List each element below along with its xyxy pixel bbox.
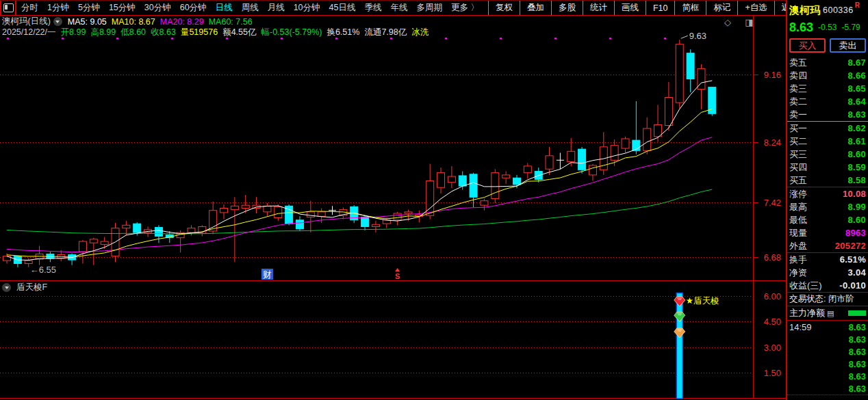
candle-body: [546, 156, 553, 169]
stat-row-value: 10.08: [843, 189, 866, 199]
candle-body: [578, 149, 586, 170]
ask-row[interactable]: 卖五8.67: [787, 56, 868, 69]
tick-price: 8.63: [849, 384, 866, 394]
stat-row-value: 8.60: [847, 215, 866, 225]
high-leader: [681, 36, 688, 38]
tab-日线[interactable]: 日线: [216, 2, 233, 14]
candlestick-chart[interactable]: 9.168.247.426.686.004.503.001.509.63←6.5…: [0, 15, 786, 400]
exright-marker-text: S: [395, 272, 400, 280]
tick-list: 14:598.638.638.638.638.638.63: [787, 321, 868, 395]
tab-15分钟[interactable]: 15分钟: [109, 2, 136, 14]
exright-arrow-icon: [395, 268, 400, 271]
margin-flag: R: [855, 1, 860, 9]
ask-row[interactable]: 卖三8.65: [787, 82, 868, 95]
tick-row: 8.63: [787, 358, 868, 370]
ma-label: MA5: 9.05: [68, 17, 107, 27]
candle-body: [405, 212, 412, 213]
candle-body: [188, 228, 195, 232]
month-dot: [445, 38, 447, 40]
ask-row-value: 8.63: [847, 109, 866, 120]
bid-row-value: 8.59: [847, 162, 866, 172]
sub-axis-label: 3.00: [764, 343, 781, 353]
info-field: 换6.51%: [327, 27, 359, 37]
candle-body: [470, 174, 477, 197]
layout-icon-box[interactable]: [0, 1, 16, 15]
main-net-row: 主力净额 ▤: [787, 306, 868, 320]
y-axis-label: 7.42: [764, 198, 781, 208]
stat-row-label: 现量: [789, 227, 807, 239]
list-icon[interactable]: ▤: [827, 309, 834, 318]
action-+自选[interactable]: +自选: [737, 1, 774, 15]
tab-45日线[interactable]: 45日线: [329, 2, 356, 14]
action-多股[interactable]: 多股: [551, 1, 583, 15]
bid-row[interactable]: 买三8.60: [787, 148, 868, 161]
chart-area[interactable]: 9.168.247.426.686.004.503.001.509.63←6.5…: [0, 15, 786, 400]
candle-body: [448, 176, 455, 183]
layout-icon: [3, 3, 14, 12]
ask-row-value: 8.64: [847, 96, 866, 107]
ask-row[interactable]: 卖二8.64: [787, 95, 868, 108]
action-复权[interactable]: 复权: [488, 1, 520, 15]
info-field: 量519576: [181, 27, 218, 37]
ask-row[interactable]: 卖一8.63: [787, 108, 868, 121]
chevron-down-icon[interactable]: [53, 17, 62, 26]
tab-多周期[interactable]: 多周期: [416, 2, 442, 14]
chart-corner-icons[interactable]: ◇ ◨: [724, 17, 758, 27]
tab-分时[interactable]: 分时: [21, 2, 38, 14]
ohlc-fields: 开8.99高8.99低8.60收8.63量519576额4.55亿幅-0.53(…: [61, 27, 434, 38]
month-dot: [554, 38, 557, 40]
tab-1分钟[interactable]: 1分钟: [47, 2, 69, 14]
bid-row[interactable]: 买五8.58: [787, 174, 868, 187]
ask-row[interactable]: 卖四8.66: [787, 69, 868, 82]
sell-button[interactable]: 卖出: [830, 38, 866, 53]
info-field: 幅-0.53(-5.79%): [261, 27, 322, 37]
bid-row-label: 买四: [789, 161, 807, 174]
bid-row[interactable]: 买二8.61: [787, 135, 868, 148]
action-画线[interactable]: 画线: [614, 1, 646, 15]
tab-更多 〉[interactable]: 更多 〉: [451, 2, 479, 14]
high-annotation: 9.63: [689, 31, 706, 41]
tick-price: 8.63: [849, 359, 866, 369]
action-叠加[interactable]: 叠加: [520, 1, 551, 15]
chevron-down-icon[interactable]: [2, 283, 11, 292]
ask-row-label: 卖五: [789, 57, 807, 69]
action-统计[interactable]: 统计: [583, 1, 614, 15]
month-dot: [664, 38, 666, 40]
tab-60分钟[interactable]: 60分钟: [180, 2, 207, 14]
sub-axis-label: 1.50: [764, 368, 781, 378]
tab-5分钟[interactable]: 5分钟: [78, 2, 100, 14]
tab-周线[interactable]: 周线: [242, 2, 259, 14]
tab-季线[interactable]: 季线: [364, 2, 381, 14]
buy-button[interactable]: 买入: [789, 38, 826, 53]
stat-row-label: 最低: [789, 214, 807, 226]
info-field: 高8.99: [90, 27, 116, 37]
bid-row[interactable]: 买四8.59: [787, 161, 868, 174]
candle-body: [220, 208, 228, 212]
ask-row-value: 8.67: [847, 57, 866, 68]
candle-body: [513, 178, 520, 185]
action-F10[interactable]: F10: [646, 1, 675, 15]
stat-row-value: 3.04: [847, 267, 866, 278]
sub-axis-label: 4.50: [764, 317, 781, 327]
bid-row-value: 8.60: [847, 149, 866, 159]
tab-月线[interactable]: 月线: [268, 2, 285, 14]
action-简框[interactable]: 简框: [674, 1, 706, 15]
tab-10分钟[interactable]: 10分钟: [294, 2, 320, 14]
tab-年线[interactable]: 年线: [390, 2, 407, 14]
tick-price: 8.63: [849, 334, 866, 345]
bid-row[interactable]: 买一8.62: [787, 122, 868, 135]
tab-30分钟[interactable]: 30分钟: [144, 2, 171, 14]
action-标记[interactable]: 标记: [706, 1, 737, 15]
signal-bar: [676, 293, 682, 399]
toolbar-actions: 复权叠加多股统计画线F10简框标记+自选返回: [488, 1, 806, 15]
news-marker-text: 财: [263, 270, 272, 280]
quote-panel: 澳柯玛 600336 R 8.63 -0.53 -5.79 买入 卖出 卖五8.…: [786, 0, 868, 400]
period-tabs: 分时1分钟5分钟15分钟30分钟60分钟日线周线月线10分钟45日线季线年线多周…: [21, 2, 488, 14]
candle-body: [611, 146, 618, 161]
bid-row-value: 8.58: [847, 175, 866, 185]
trade-status: 交易状态: 闭市阶: [787, 293, 868, 306]
quote-price-row: 8.63 -0.53 -5.79: [787, 19, 868, 36]
tick-row: 14:598.63: [787, 321, 868, 333]
price-change-pct: -5.79: [841, 23, 860, 32]
candle-body: [437, 173, 445, 188]
